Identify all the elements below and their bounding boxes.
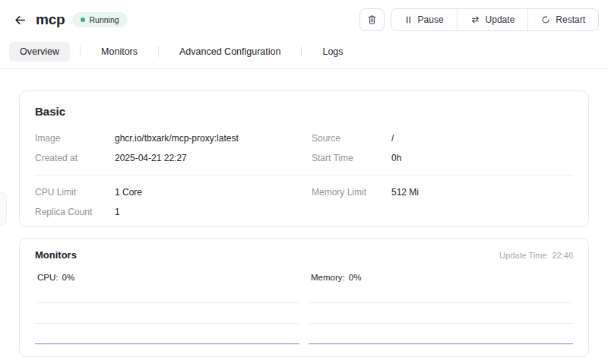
field-label: CPU Limit (35, 187, 115, 198)
header-actions: Pause Update Restart (359, 8, 599, 31)
back-button[interactable] (9, 11, 31, 30)
back-arrow-icon (14, 14, 27, 27)
basic-limits-grid: CPU Limit 1 Core Memory Limit 512 Mi Rep… (35, 182, 573, 222)
update-button[interactable]: Update (457, 9, 528, 30)
memory-chart-block: Memory: 0% (309, 271, 573, 344)
trash-icon (367, 14, 377, 25)
monitors-card: Monitors Update Time 22:46 CPU: 0% (19, 238, 589, 357)
basic-card: Basic Image ghcr.io/tbxark/mcp-proxy:lat… (19, 90, 589, 227)
field-label: Memory Limit (312, 187, 391, 198)
monitors-card-title: Monitors (35, 249, 77, 261)
field-start-time: Start Time 0h (312, 148, 573, 168)
field-cpu-limit: CPU Limit 1 Core (35, 182, 296, 202)
field-label: Replica Count (35, 207, 115, 218)
section-divider (35, 175, 573, 176)
update-button-label: Update (486, 14, 515, 25)
gridline (35, 302, 299, 303)
field-replica-count: Replica Count 1 (35, 202, 296, 222)
field-label: Created at (35, 153, 115, 164)
basic-info-grid: Image ghcr.io/tbxark/mcp-proxy:latest So… (35, 128, 573, 168)
field-image: Image ghcr.io/tbxark/mcp-proxy:latest (35, 128, 296, 148)
tab-divider (301, 46, 302, 57)
field-label: Image (35, 133, 115, 144)
tab-divider (158, 46, 159, 57)
tab-monitors[interactable]: Monitors (90, 42, 148, 62)
field-value: ghcr.io/tbxark/mcp-proxy:latest (115, 133, 239, 144)
field-value: / (391, 133, 394, 144)
header: mcp Running Pause Update (0, 0, 608, 32)
restart-icon (541, 15, 550, 24)
cpu-usage-line (35, 343, 299, 345)
field-value: 1 (115, 207, 120, 218)
memory-chart-caption: Memory: 0% (311, 273, 573, 282)
gridline (309, 323, 573, 324)
field-value: 2025-04-21 22:27 (115, 153, 187, 164)
field-source: Source / (312, 128, 573, 148)
update-arrows-icon (470, 15, 480, 24)
action-button-group: Pause Update Restart (391, 8, 599, 31)
cpu-chart-block: CPU: 0% (35, 271, 299, 344)
memory-chart (309, 302, 573, 344)
pause-icon (404, 15, 413, 24)
tab-logs[interactable]: Logs (312, 42, 353, 62)
delete-button[interactable] (359, 8, 385, 31)
field-label: Source (312, 133, 391, 144)
restart-button[interactable]: Restart (527, 9, 598, 30)
field-label: Start Time (312, 153, 391, 164)
field-created-at: Created at 2025-04-21 22:27 (35, 148, 296, 168)
tab-advanced-configuration[interactable]: Advanced Configuration (169, 42, 291, 62)
field-memory-limit: Memory Limit 512 Mi (312, 182, 573, 202)
basic-card-title: Basic (35, 105, 573, 118)
monitors-header: Monitors Update Time 22:46 (35, 249, 573, 261)
gridline (309, 302, 573, 303)
field-value: 1 Core (115, 187, 142, 198)
memory-usage-line (309, 343, 573, 345)
update-time-label: Update Time (499, 251, 546, 260)
tab-overview[interactable]: Overview (9, 42, 70, 62)
status-badge-label: Running (89, 15, 119, 24)
cpu-chart-caption: CPU: 0% (37, 273, 299, 282)
page-title: mcp (36, 11, 65, 28)
memory-value: 0% (349, 273, 362, 282)
side-drawer-handle[interactable] (0, 192, 7, 226)
cpu-value: 0% (62, 273, 74, 282)
content: Basic Image ghcr.io/tbxark/mcp-proxy:lat… (0, 69, 608, 357)
update-time: Update Time 22:46 (499, 251, 573, 260)
cpu-label: CPU: (37, 273, 58, 282)
cpu-chart (35, 302, 299, 344)
update-time-value: 22:46 (552, 251, 573, 260)
restart-button-label: Restart (556, 14, 585, 25)
memory-label: Memory: (311, 273, 345, 282)
field-value: 0h (391, 153, 401, 164)
pause-button[interactable]: Pause (391, 9, 457, 30)
tab-bar: Overview Monitors Advanced Configuration… (0, 32, 608, 69)
gridline (35, 323, 299, 324)
pause-button-label: Pause (418, 14, 444, 25)
field-value: 512 Mi (391, 187, 419, 198)
tab-divider (80, 46, 81, 57)
monitor-charts: CPU: 0% Memory: 0% (35, 271, 573, 344)
status-badge: Running (72, 12, 127, 27)
status-dot-icon (81, 17, 85, 22)
